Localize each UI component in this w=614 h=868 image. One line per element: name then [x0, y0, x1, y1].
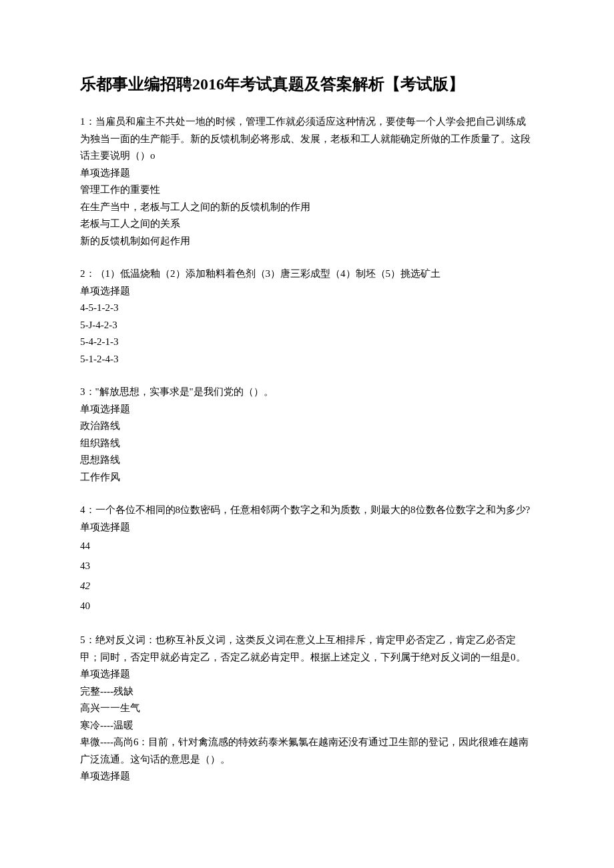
- page-title: 乐都事业编招聘2016年考试真题及答案解析【考试版】: [80, 73, 534, 95]
- question-5: 5：绝对反义词：也称互补反义词，这类反义词在意义上互相排斥，肯定甲必否定乙，肯定…: [80, 632, 534, 785]
- question-type-label: 单项选择题: [80, 165, 534, 182]
- option: 44: [80, 536, 534, 556]
- question-2: 2：（1）低温烧釉（2）添加釉料着色剂（3）唐三彩成型（4）制坯（5）挑选矿土 …: [80, 266, 534, 368]
- question-type-label: 单项选择题: [80, 768, 534, 785]
- option: 43: [80, 556, 534, 576]
- option: 新的反馈机制如何起作用: [80, 233, 534, 250]
- option: 老板与工人之间的关系: [80, 215, 534, 233]
- option: 完整----残缺: [80, 683, 534, 701]
- question-type-label: 单项选择题: [80, 283, 534, 300]
- question-1: 1：当雇员和雇主不共处一地的时候，管理工作就必须适应这种情况，要使每一个人学会把…: [80, 113, 534, 250]
- option: 工作作风: [80, 469, 534, 486]
- option: 思想路线: [80, 452, 534, 469]
- question-type-label: 单项选择题: [80, 401, 534, 418]
- option: 卑微----高尚6：目前，针对禽流感的特效药泰米氟氯在越南还没有通过卫生部的登记…: [80, 734, 534, 768]
- option: 5-J-4-2-3: [80, 317, 534, 334]
- option: 管理工作的重要性: [80, 181, 534, 199]
- option: 在生产当中，老板与工人之间的新的反馈机制的作用: [80, 199, 534, 216]
- question-type-label: 单项选择题: [80, 519, 534, 536]
- question-prompt: 4：一个各位不相同的8位数密码，任意相邻两个数字之和为质数，则最大的8位数各位数…: [80, 502, 534, 519]
- option: 寒冷----温暖: [80, 717, 534, 735]
- option: 5-1-2-4-3: [80, 351, 534, 368]
- question-4: 4：一个各位不相同的8位数密码，任意相邻两个数字之和为质数，则最大的8位数各位数…: [80, 502, 534, 616]
- question-type-label: 单项选择题: [80, 666, 534, 683]
- option: 42: [80, 576, 534, 596]
- question-prompt: 2：（1）低温烧釉（2）添加釉料着色剂（3）唐三彩成型（4）制坯（5）挑选矿土: [80, 266, 534, 283]
- option: 政治路线: [80, 418, 534, 435]
- option: 40: [80, 596, 534, 616]
- question-prompt: 5：绝对反义词：也称互补反义词，这类反义词在意义上互相排斥，肯定甲必否定乙，肯定…: [80, 632, 534, 666]
- option: 高兴一一生气: [80, 700, 534, 717]
- question-prompt: 1：当雇员和雇主不共处一地的时候，管理工作就必须适应这种情况，要使每一个人学会把…: [80, 113, 534, 165]
- option: 组织路线: [80, 435, 534, 452]
- question-prompt: 3："解放思想，实事求是"是我们党的（）。: [80, 384, 534, 401]
- option: 4-5-1-2-3: [80, 300, 534, 317]
- option: 5-4-2-1-3: [80, 334, 534, 351]
- question-3: 3："解放思想，实事求是"是我们党的（）。 单项选择题 政治路线 组织路线 思想…: [80, 384, 534, 486]
